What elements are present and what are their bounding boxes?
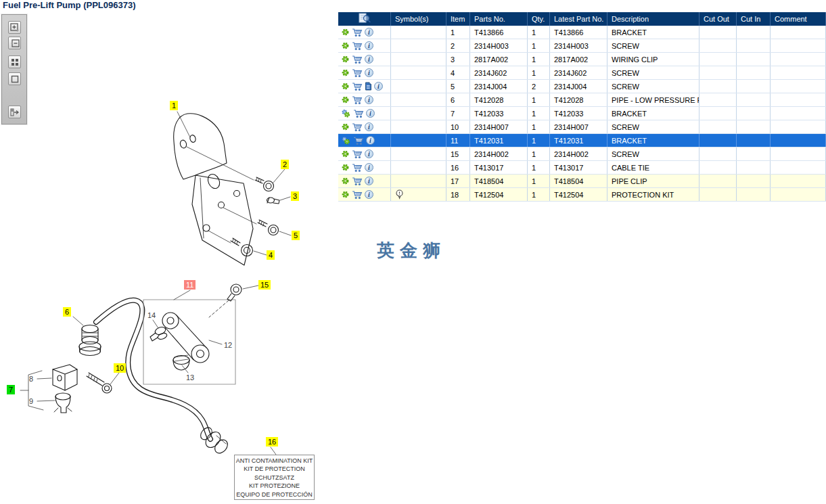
double-gear-icon[interactable] <box>341 136 351 145</box>
row-actions: i <box>338 175 391 187</box>
table-row-item-11[interactable]: i11T4120311T412031BRACKET <box>338 134 826 147</box>
info-icon[interactable]: i <box>365 55 373 64</box>
table-row-item-10[interactable]: i102314H00712314H007SCREW <box>338 120 826 134</box>
cart-icon[interactable] <box>352 95 363 105</box>
cart-icon[interactable] <box>352 68 363 78</box>
note-line-4: KIT PROTEZIONE <box>235 482 314 489</box>
callout-15[interactable]: 15 <box>258 280 271 290</box>
callout-1[interactable]: 1 <box>170 101 178 110</box>
cell-qty: 1 <box>528 53 550 66</box>
cell-item: 7 <box>446 107 470 120</box>
cart-icon[interactable] <box>353 109 364 118</box>
cart-icon[interactable] <box>352 82 363 91</box>
callout-4[interactable]: 4 <box>267 250 275 260</box>
info-icon[interactable]: i <box>365 95 373 104</box>
document-icon[interactable] <box>365 82 372 91</box>
double-gear-icon[interactable] <box>341 109 351 118</box>
cart-icon[interactable] <box>352 177 363 186</box>
cell-latest-part-no: T412033 <box>550 107 607 120</box>
gear-icon[interactable] <box>341 28 350 37</box>
gear-icon[interactable] <box>341 82 350 91</box>
info-icon[interactable]: i <box>365 190 373 199</box>
callout-2[interactable]: 2 <box>281 160 289 169</box>
cell-description: BRACKET <box>607 107 699 120</box>
table-row-item-15[interactable]: i152314H00212314H002SCREW <box>338 147 826 161</box>
info-icon: i <box>365 68 373 77</box>
gear-icon[interactable] <box>341 55 350 64</box>
cell-comment <box>771 26 826 39</box>
cart-icon[interactable] <box>352 163 363 173</box>
gear-icon[interactable] <box>341 177 350 185</box>
info-icon[interactable]: i <box>365 163 373 172</box>
callout-11[interactable]: 11 <box>184 280 196 290</box>
callout-6[interactable]: 6 <box>63 307 71 317</box>
table-row-item-17[interactable]: i17T4185041T418504PIPE CLIP <box>338 175 826 188</box>
cell-symbols <box>391 80 446 93</box>
cell-latest-part-no: T413017 <box>550 161 607 174</box>
cell-latest-part-no: T412504 <box>550 188 607 201</box>
info-icon[interactable]: i <box>365 41 373 50</box>
table-row-item-5[interactable]: i52314J00422314J004SCREW <box>338 80 826 93</box>
gear-icon[interactable] <box>341 68 350 77</box>
info-icon[interactable]: i <box>365 122 373 131</box>
gear-icon[interactable] <box>341 190 350 199</box>
cell-symbols <box>391 107 446 120</box>
cell-cut-out <box>699 147 737 160</box>
cart-icon[interactable] <box>352 28 363 37</box>
column-header-latest-part-no-: Latest Part No. <box>550 12 607 26</box>
cell-cut-in <box>737 188 771 201</box>
row-actions: i <box>338 107 391 120</box>
table-row-item-4[interactable]: i42314J60212314J602SCREW <box>338 66 826 80</box>
table-row-item-18[interactable]: i18T4125041T412504PROTECTION KIT <box>338 188 826 202</box>
cell-symbols <box>391 134 446 147</box>
table-row-item-7[interactable]: i7T4120331T412033BRACKET <box>338 107 826 120</box>
info-icon[interactable]: i <box>365 150 373 158</box>
gear-icon[interactable] <box>341 95 350 104</box>
table-row-item-2[interactable]: i22314H00312314H003SCREW <box>338 39 826 53</box>
cell-cut-out <box>699 39 737 52</box>
table-row-item-3[interactable]: i32817A00212817A002WIRING CLIP <box>338 53 826 66</box>
gear-icon[interactable] <box>341 41 350 50</box>
callout-5[interactable]: 5 <box>292 231 300 240</box>
callout-10[interactable]: 10 <box>114 363 126 373</box>
note-line-1: ANTI CONTAMINATION KIT <box>235 457 314 464</box>
cell-cut-in <box>737 39 771 52</box>
info-icon[interactable]: i <box>366 136 375 145</box>
table-row-item-1[interactable]: i1T4138661T413866BRACKET <box>338 26 826 39</box>
cart-icon[interactable] <box>352 122 363 132</box>
gear-icon[interactable] <box>341 150 350 158</box>
cell-cut-in <box>737 66 771 79</box>
cell-qty: 1 <box>528 134 550 147</box>
cell-cut-out <box>699 107 737 120</box>
cart-icon[interactable] <box>352 190 363 200</box>
info-icon[interactable]: i <box>366 109 375 118</box>
gear-icon[interactable] <box>341 122 350 131</box>
table-row-item-16[interactable]: i16T4130171T413017CABLE TIE <box>338 161 826 175</box>
cart-icon[interactable] <box>352 150 363 159</box>
cell-cut-out <box>699 120 737 133</box>
cell-qty: 1 <box>528 188 550 201</box>
cell-item: 6 <box>446 93 470 106</box>
callout-7[interactable]: 7 <box>7 385 15 394</box>
cell-comment <box>771 175 826 187</box>
info-icon[interactable]: i <box>365 68 373 77</box>
cell-latest-part-no: T413866 <box>550 26 607 39</box>
cart-icon[interactable] <box>353 136 364 145</box>
callout-16[interactable]: 16 <box>266 437 278 446</box>
column-header-cut-in: Cut In <box>737 12 771 26</box>
cell-symbols <box>391 66 446 79</box>
cart-icon[interactable] <box>352 41 363 51</box>
cell-item: 5 <box>446 80 470 93</box>
cart-icon[interactable] <box>352 55 363 64</box>
gear-icon[interactable] <box>341 163 350 172</box>
info-icon[interactable]: i <box>365 177 373 185</box>
info-icon[interactable]: i <box>374 82 383 91</box>
table-row-item-6[interactable]: i6T4120281T412028PIPE - LOW PRESSURE FUE… <box>338 93 826 107</box>
cell-latest-part-no: 2817A002 <box>550 53 607 66</box>
row-actions: i <box>338 93 391 106</box>
cell-cut-in <box>737 53 771 66</box>
info-icon[interactable]: i <box>365 28 373 37</box>
cell-cut-out <box>699 134 737 147</box>
callout-3[interactable]: 3 <box>291 191 299 201</box>
column-header-description: Description <box>607 12 699 26</box>
